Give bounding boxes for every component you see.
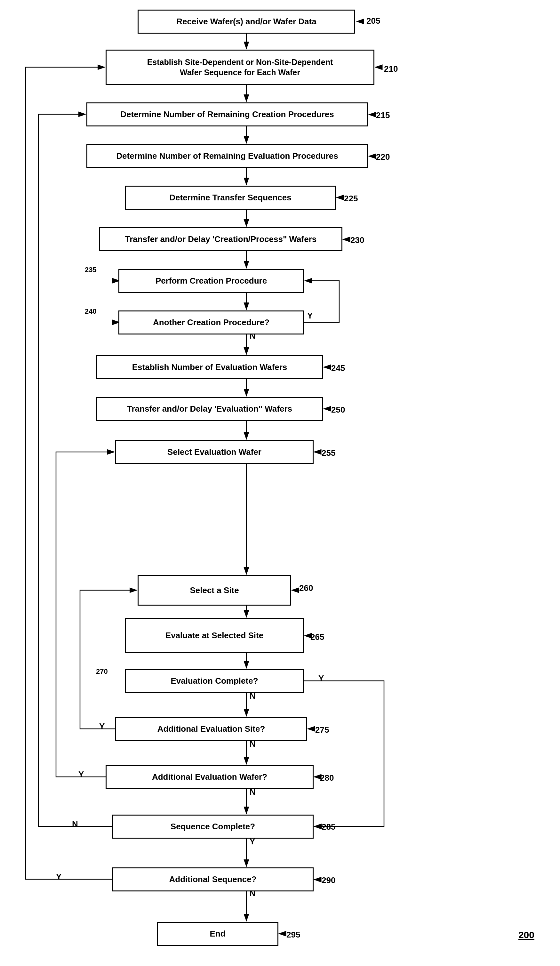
ref-230: 230 — [350, 235, 364, 245]
diagram-ref-200: 200 — [518, 930, 534, 940]
ref-240-label: 240 — [85, 307, 97, 315]
box-235: Perform Creation Procedure — [118, 269, 304, 293]
ref-290: 290 — [322, 876, 335, 886]
box-205: Receive Wafer(s) and/or Wafer Data — [138, 10, 355, 34]
svg-text:Y: Y — [99, 721, 105, 731]
box-255: Select Evaluation Wafer — [115, 440, 314, 464]
box-225: Determine Transfer Sequences — [125, 186, 336, 210]
svg-text:Y: Y — [307, 311, 313, 320]
ref-235-label: 235 — [85, 266, 97, 274]
box-290: Additional Sequence? — [112, 867, 314, 891]
box-215: Determine Number of Remaining Creation P… — [86, 102, 368, 127]
box-230: Transfer and/or Delay 'Creation/Process"… — [99, 227, 342, 251]
box-295: End — [157, 922, 278, 946]
svg-text:Y: Y — [56, 872, 61, 882]
ref-285: 285 — [322, 822, 335, 832]
ref-270-label: 270 — [96, 667, 108, 676]
flowchart-diagram: Y N N Y Y N Y N — [0, 0, 560, 966]
box-210: Establish Site-Dependent or Non-Site-Dep… — [106, 49, 374, 85]
ref-220: 220 — [376, 152, 390, 162]
ref-280: 280 — [320, 773, 334, 783]
svg-text:Y: Y — [319, 674, 324, 683]
ref-260: 260 — [299, 583, 313, 593]
ref-250: 250 — [331, 405, 345, 415]
ref-255: 255 — [322, 448, 335, 458]
svg-text:N: N — [72, 819, 78, 829]
ref-210: 210 — [384, 64, 398, 74]
ref-245: 245 — [331, 363, 345, 373]
ref-205: 205 — [366, 16, 380, 26]
box-265: Evaluate at Selected Site — [125, 618, 304, 653]
box-270: Evaluation Complete? — [125, 669, 304, 693]
ref-215: 215 — [376, 110, 390, 120]
box-275: Additional Evaluation Site? — [115, 717, 307, 741]
box-240: Another Creation Procedure? — [118, 310, 304, 335]
box-260: Select a Site — [138, 575, 291, 606]
box-285: Sequence Complete? — [112, 815, 314, 839]
ref-225: 225 — [344, 194, 358, 204]
box-250: Transfer and/or Delay 'Evaluation" Wafer… — [96, 397, 323, 421]
box-245: Establish Number of Evaluation Wafers — [96, 355, 323, 379]
svg-text:Y: Y — [79, 769, 84, 779]
ref-275: 275 — [315, 725, 329, 735]
box-220: Determine Number of Remaining Evaluation… — [86, 144, 368, 168]
box-280: Additional Evaluation Wafer? — [106, 765, 314, 789]
ref-295: 295 — [286, 930, 300, 940]
ref-265: 265 — [310, 632, 324, 642]
